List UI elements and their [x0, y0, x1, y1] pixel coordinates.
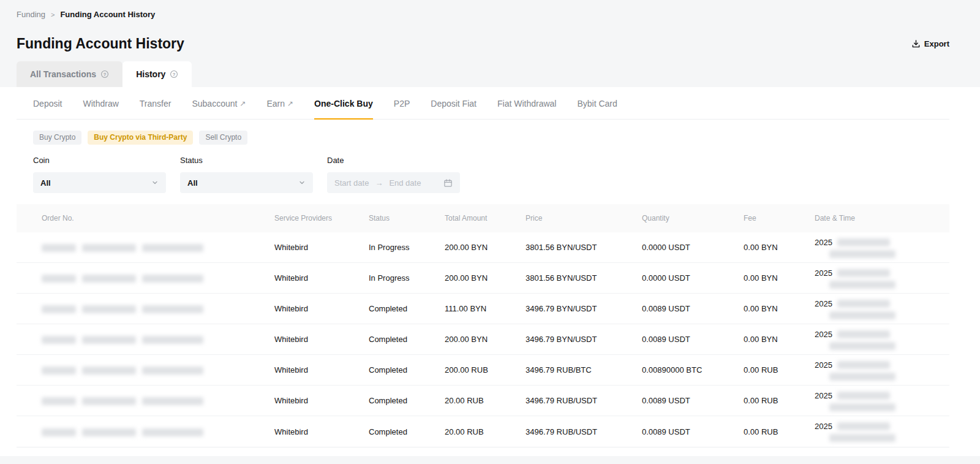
info-icon: ? [170, 70, 178, 78]
chip-buy-crypto-third-party[interactable]: Buy Crypto via Third-Party [88, 131, 193, 145]
col-order-no: Order No. [42, 214, 274, 222]
content-panel: Deposit Withdraw Transfer Subaccount↗ Ea… [0, 87, 980, 456]
date-time-cell: 2025 [815, 360, 949, 381]
export-button[interactable]: Export [911, 39, 949, 48]
redacted-order-no [42, 336, 76, 344]
svg-text:?: ? [104, 72, 107, 77]
total-amount-cell: 20.00 RUB [445, 396, 526, 405]
redacted-time [829, 311, 895, 319]
subtab-deposit[interactable]: Deposit [33, 87, 62, 119]
topbar: Funding > Funding Account History [0, 0, 980, 20]
date-year: 2025 [815, 421, 832, 432]
filter-bar: Coin All Status All Date Start date → E [17, 145, 949, 193]
col-fee: Fee [744, 214, 815, 222]
date-range-picker[interactable]: Start date → End date [327, 172, 460, 193]
date-time-cell: 2025 [815, 329, 949, 350]
redacted-time [829, 403, 895, 411]
chevron-down-icon [298, 179, 306, 186]
col-date-time: Date & Time [815, 214, 949, 222]
redacted-date [837, 300, 890, 308]
date-year: 2025 [815, 268, 832, 278]
chip-sell-crypto[interactable]: Sell Crypto [199, 131, 247, 145]
redacted-order-no [42, 397, 76, 405]
download-icon [911, 39, 921, 48]
tab-bar: All Transactions ? History ? [0, 61, 980, 87]
redacted-time [829, 342, 895, 350]
status-select-value: All [187, 178, 198, 188]
funding-account-history-page: Funding > Funding Account History Fundin… [0, 0, 980, 464]
redacted-date [837, 238, 890, 246]
price-cell: 3496.79 BYN/USDT [526, 304, 642, 313]
coin-select-value: All [40, 178, 51, 188]
redacted-order-no [82, 367, 136, 375]
subtab-withdraw[interactable]: Withdraw [83, 87, 118, 119]
fee-cell: 0.00 BYN [744, 304, 815, 313]
table-header: Order No. Service Providers Status Total… [17, 204, 949, 232]
external-link-icon: ↗ [239, 98, 246, 109]
quantity-cell: 0.00890000 BTC [642, 365, 744, 375]
end-date-input[interactable]: End date [389, 178, 421, 188]
date-year: 2025 [815, 237, 832, 248]
date-year: 2025 [815, 360, 832, 370]
subtab-bybit-card[interactable]: Bybit Card [577, 87, 617, 119]
date-time-cell: 2025 [815, 390, 949, 411]
subtab-one-click-buy[interactable]: One-Click Buy [314, 87, 373, 119]
redacted-date [837, 330, 890, 338]
info-icon: ? [100, 70, 109, 78]
subtab-deposit-fiat[interactable]: Deposit Fiat [431, 87, 477, 119]
redacted-order-no [42, 275, 76, 283]
chevron-down-icon [151, 179, 159, 186]
breadcrumb-funding[interactable]: Funding [17, 10, 45, 20]
redacted-order-no [82, 336, 136, 344]
page-title: Funding Account History [17, 34, 184, 53]
status-cell: Completed [369, 304, 445, 313]
arrow-right-icon: → [375, 178, 383, 188]
redacted-date [837, 269, 890, 277]
fee-cell: 0.00 BYN [744, 273, 815, 283]
subtab-subaccount[interactable]: Subaccount↗ [192, 87, 246, 119]
status-cell: Completed [369, 335, 445, 344]
table-row: Whitebird In Progress 200.00 BYN 3801.56… [17, 232, 949, 263]
fee-cell: 0.00 RUB [744, 396, 815, 405]
redacted-order-no [42, 428, 76, 436]
subtab-bar: Deposit Withdraw Transfer Subaccount↗ Ea… [17, 87, 949, 120]
export-label: Export [924, 39, 949, 48]
redacted-order-no [42, 305, 76, 313]
redacted-date [837, 392, 890, 400]
redacted-order-no [82, 428, 136, 436]
date-filter: Date Start date → End date [327, 156, 460, 193]
provider-cell: Whitebird [274, 335, 369, 344]
price-cell: 3801.56 BYN/USDT [526, 273, 642, 283]
redacted-date [837, 422, 890, 430]
subtab-p2p[interactable]: P2P [394, 87, 410, 119]
order-no-cell [42, 273, 274, 283]
price-cell: 3496.79 RUB/USDT [526, 427, 642, 436]
redacted-order-no [82, 244, 136, 252]
chip-buy-crypto[interactable]: Buy Crypto [33, 131, 81, 145]
subtab-transfer[interactable]: Transfer [140, 87, 172, 119]
subtab-earn[interactable]: Earn↗ [266, 87, 293, 119]
table-row: Whitebird Completed 111.00 BYN 3496.79 B… [17, 294, 949, 324]
col-price: Price [526, 214, 642, 222]
price-cell: 3496.79 RUB/BTC [526, 365, 642, 375]
chip-bar: Buy Crypto Buy Crypto via Third-Party Se… [17, 120, 949, 145]
redacted-time [829, 281, 895, 289]
status-cell: Completed [369, 396, 445, 405]
tab-all-transactions[interactable]: All Transactions ? [17, 61, 123, 87]
order-no-cell [42, 243, 274, 252]
subtab-fiat-withdrawal[interactable]: Fiat Withdrawal [497, 87, 556, 119]
provider-cell: Whitebird [274, 304, 369, 313]
status-filter-label: Status [180, 156, 313, 165]
date-time-cell: 2025 [815, 421, 949, 442]
provider-cell: Whitebird [274, 396, 369, 405]
start-date-input[interactable]: Start date [334, 178, 369, 188]
provider-cell: Whitebird [274, 273, 369, 283]
table-row: Whitebird In Progress 200.00 BYN 3801.56… [17, 263, 949, 294]
redacted-date [837, 361, 890, 369]
tab-history[interactable]: History ? [123, 61, 192, 87]
redacted-order-no [82, 275, 136, 283]
status-select[interactable]: All [180, 172, 313, 193]
coin-select[interactable]: All [33, 172, 166, 193]
col-quantity: Quantity [642, 214, 744, 222]
redacted-order-no [142, 428, 203, 436]
